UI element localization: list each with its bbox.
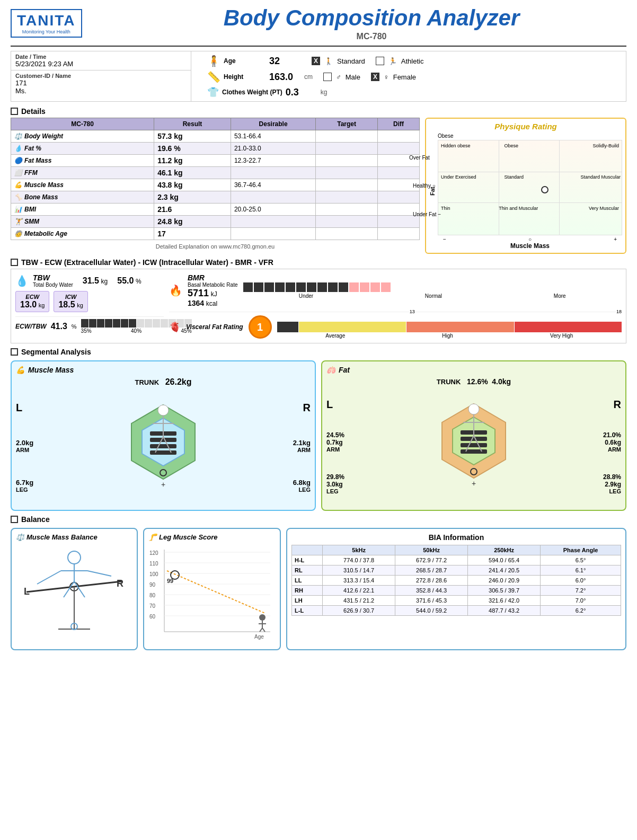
svg-point-19 — [468, 404, 479, 414]
male-icon: ♂ — [336, 73, 341, 81]
ecw-bar-block — [81, 319, 89, 328]
svg-text:L: L — [24, 586, 30, 597]
svg-text:100: 100 — [149, 571, 158, 577]
ecw-tbw-value: 41.3 — [51, 322, 67, 331]
bia-50khz: 268.5 / 28.7 — [395, 565, 468, 576]
bmr-under: Under — [299, 293, 313, 299]
date-label: Date / Time — [15, 54, 187, 60]
muscle-body-svg: + — [121, 394, 206, 500]
muscle-right-side: R 2.1kg ARM 6.8kg LEG — [268, 389, 311, 506]
svg-line-33 — [37, 571, 61, 584]
clothes-label: Clothes Weight (PT) — [222, 89, 282, 96]
model-subtitle: MC-780 — [117, 32, 626, 41]
tbw-pct-unit: % — [136, 278, 141, 285]
visceral-row: 🫀 Visceral Fat Rating 1 13 18 — [169, 312, 622, 339]
row-desirable: 12.3-22.7 — [231, 155, 315, 167]
row-label: 📊BMI — [11, 204, 154, 216]
main-title: Body Composition Analyzer — [117, 5, 626, 31]
height-label: Height — [224, 73, 266, 81]
muscle-seg-box: 💪 Muscle Mass TRUNK 26.2kg L 2.0kg ARM 6… — [11, 360, 316, 511]
bia-50khz: 371.6 / 45.3 — [395, 596, 468, 606]
clothes-unit: kg — [321, 89, 328, 96]
female-icon: ♀ — [384, 73, 389, 81]
mmb-svg: L R — [16, 544, 132, 640]
bia-row-label: RH — [292, 586, 323, 596]
muscle-label: Muscle Mass — [28, 366, 74, 374]
row-desirable: 21.0-33.0 — [231, 143, 315, 155]
row-label: 🧓Metabolic Age — [11, 228, 154, 240]
row-label: 💧Fat % — [11, 143, 154, 155]
customer-section: Customer-ID / Name 171 Ms. — [11, 70, 191, 97]
fat-icon: 🫁 — [326, 366, 335, 374]
bia-row-label: RL — [292, 565, 323, 576]
muscle-icon: 💪 — [16, 366, 25, 374]
thin-label: Thin — [441, 206, 450, 211]
fat-seg-box: 🫁 Fat TRUNK 12.6% 4.0kg L 24.5% 0.7kg AR… — [321, 360, 626, 511]
row-desirable: 36.7-46.4 — [231, 179, 315, 191]
icw-box: ICW 18.5 kg — [54, 291, 87, 312]
bmr-bar-block — [328, 282, 338, 292]
row-target — [316, 167, 378, 179]
clothes-icon: 👕 — [207, 86, 219, 98]
row-target — [316, 155, 378, 167]
mmb-figure: L R — [16, 544, 132, 640]
visceral-high: High — [442, 333, 453, 339]
details-table-wrap: MC-780 Result Desirable Target Diff ⚖️Bo… — [11, 118, 420, 254]
physique-title: Physique Rating — [429, 122, 622, 131]
bmr-kcal: 1364 — [188, 299, 204, 307]
ecw-bar-block — [153, 319, 160, 328]
height-icon: 📏 — [207, 70, 220, 83]
bia-250khz: 241.4 / 20.5 — [468, 565, 541, 576]
female-label: Female — [393, 73, 416, 81]
over-fat-label: Over Fat — [409, 155, 430, 161]
height-unit: cm — [304, 73, 313, 81]
ecw-unit: kg — [39, 302, 45, 308]
row-desirable — [231, 228, 315, 240]
fat-left-arm-kg: 0.7kg — [326, 439, 344, 446]
athletic-checkbox-group: 🏃 Athletic — [376, 57, 424, 65]
muscle-trunk-label: TRUNK — [135, 378, 160, 386]
bia-col-250khz: 250kHz — [468, 545, 541, 555]
col-diff: Diff — [378, 118, 420, 130]
fat-trunk-pct: 12.6% — [467, 377, 488, 386]
fat-body-center: + — [374, 393, 573, 499]
bia-250khz: 321.6 / 42.0 — [468, 596, 541, 606]
muscle-arm-r-label: ARM — [293, 447, 311, 453]
bia-title: BIA Information — [291, 533, 621, 542]
svg-text:+: + — [161, 480, 165, 489]
bia-row: LL 313.3 / 15.4 272.8 / 28.6 246.0 / 20.… — [292, 576, 621, 586]
balance-checkbox-icon — [11, 516, 18, 523]
muscle-left-side: L 2.0kg ARM 6.7kg LEG — [16, 389, 58, 506]
bia-phase: 6.1° — [541, 565, 621, 576]
bia-col-empty — [292, 545, 323, 555]
muscle-l-label: L — [16, 402, 22, 414]
muscle-leg-r-label: LEG — [293, 487, 311, 493]
fat-l-label: L — [326, 399, 333, 411]
bia-row-label: L-L — [292, 606, 323, 616]
lms-chart: 120 110 100 90 80 70 60 — [148, 544, 276, 645]
muscle-mass-axis: Muscle Mass — [438, 242, 622, 250]
age-field: 🧍 Age 32 — [207, 55, 301, 67]
mmb-icon: ⚖️ — [16, 533, 24, 541]
date-section: Date / Time 5/23/2021 9:23 AM — [11, 51, 191, 70]
fat-trunk-label: TRUNK — [437, 378, 461, 386]
row-desirable: 53.1-66.4 — [231, 130, 315, 143]
bia-row-label: H-L — [292, 555, 323, 565]
logo-section: TANITA Monitoring Your Health — [11, 9, 117, 38]
bmr-row: 🔥 BMR Basal Metabolic Rate 5711 kJ 1364 … — [169, 273, 622, 307]
row-result: 57.3 kg — [154, 130, 231, 143]
fat-left-arm-pct: 24.5% — [326, 431, 344, 439]
segmental-header: Segmental Analysis — [11, 348, 626, 356]
row-target — [316, 130, 378, 143]
row-diff — [378, 167, 420, 179]
muscle-trunk-val: 26.2kg — [165, 377, 192, 386]
col-target: Target — [316, 118, 378, 130]
title-section: Body Composition Analyzer MC-780 — [117, 5, 626, 41]
svg-text:120: 120 — [149, 550, 158, 556]
row-desirable: 20.0-25.0 — [231, 204, 315, 216]
physique-marker — [541, 186, 548, 193]
row-target — [316, 191, 378, 204]
tbw-right: 🔥 BMR Basal Metabolic Rate 5711 kJ 1364 … — [169, 273, 622, 339]
ecw-value: 13.0 — [20, 300, 37, 309]
svg-text:99: 99 — [167, 578, 173, 584]
